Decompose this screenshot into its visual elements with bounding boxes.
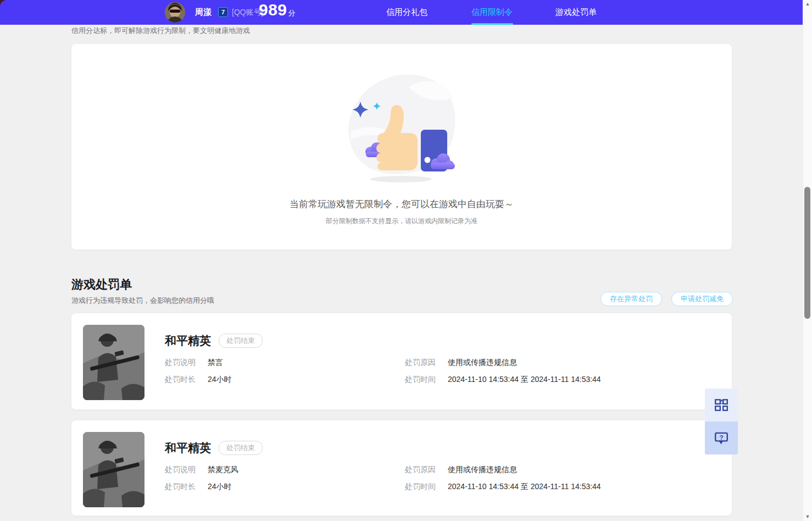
- penalty-desc-label: 处罚说明: [165, 358, 203, 368]
- no-restriction-card: 当前常玩游戏暂无限制令，您可以在游戏中自由玩耍～ 部分限制数据不支持显示，请以游…: [71, 44, 732, 250]
- credit-score-value: 989: [259, 1, 287, 19]
- penalty-section-title: 游戏处罚单: [71, 276, 132, 293]
- help-bubble-icon: ?: [714, 430, 729, 446]
- credit-score-unit: 分: [288, 9, 296, 17]
- tab-game-penalty[interactable]: 游戏处罚单: [555, 7, 597, 18]
- penalty-reason-value: 使用或传播违规信息: [448, 465, 517, 475]
- penalty-reason-value: 使用或传播违规信息: [448, 358, 517, 368]
- penalty-time-value: 2024-11-10 14:53:44 至 2024-11-11 14:53:4…: [448, 375, 601, 385]
- penalty-desc-value: 禁麦克风: [208, 465, 238, 475]
- scrollbar-up-arrow[interactable]: ▲: [805, 2, 810, 7]
- scrollbar-down-arrow[interactable]: ▼: [805, 514, 810, 519]
- penalty-time-label: 处罚时间: [405, 482, 443, 492]
- penalty-desc-label: 处罚说明: [165, 465, 203, 475]
- credit-score: 989分: [259, 1, 296, 19]
- penalty-duration-label: 处罚时长: [165, 482, 203, 492]
- penalty-desc-value: 禁言: [208, 358, 223, 368]
- game-title: 和平精英: [165, 440, 211, 456]
- credit-tip-text: 信用分达标，即可解除游戏行为限制，要文明健康地游戏: [71, 26, 250, 36]
- penalty-duration-label: 处罚时长: [165, 375, 203, 385]
- tab-credit-restriction[interactable]: 信用限制令: [471, 7, 513, 18]
- game-thumbnail: [83, 432, 144, 507]
- penalty-duration-value: 24小时: [208, 375, 232, 385]
- penalty-time-label: 处罚时间: [405, 375, 443, 385]
- qr-code-icon: [714, 397, 729, 413]
- active-tab-underline: [471, 23, 513, 25]
- penalty-section-subtitle: 游戏行为违规导致处罚，会影响您的信用分哦: [71, 296, 214, 306]
- penalty-status-badge: 处罚结束: [219, 334, 263, 348]
- username: 周漾: [195, 7, 212, 18]
- penalty-reason-label: 处罚原因: [405, 358, 443, 368]
- avatar: [165, 2, 185, 23]
- game-title: 和平精英: [165, 333, 211, 348]
- qr-code-button[interactable]: [705, 389, 738, 422]
- penalty-time-value: 2024-11-10 14:53:44 至 2024-11-11 14:53:4…: [448, 482, 601, 492]
- tab-credit-gift[interactable]: 信用分礼包: [386, 7, 427, 18]
- thumbs-up-illustration: [344, 71, 459, 186]
- svg-text:?: ?: [719, 434, 723, 441]
- scrollbar-thumb[interactable]: [804, 187, 810, 319]
- penalty-card: 和平精英 处罚结束 处罚说明禁麦克风 处罚时长24小时 处罚原因使用或传播违规信…: [71, 420, 732, 516]
- no-restriction-message: 当前常玩游戏暂无限制令，您可以在游戏中自由玩耍～: [71, 198, 732, 210]
- penalty-card: 和平精英 处罚结束 处罚说明禁言 处罚时长24小时 处罚原因使用或传播违规信息 …: [71, 313, 732, 409]
- penalty-reason-label: 处罚原因: [405, 465, 443, 475]
- penalty-duration-value: 24小时: [208, 482, 232, 492]
- game-thumbnail: [83, 325, 144, 400]
- top-header-bar: 周漾 7 [QQ账号] 989分 信用分礼包 信用限制令 游戏处罚单: [0, 0, 803, 25]
- help-button[interactable]: ?: [705, 422, 738, 455]
- penalty-reduction-button[interactable]: 申请处罚减免: [671, 292, 733, 306]
- abnormal-penalty-button[interactable]: 存在异常处罚: [600, 292, 662, 306]
- avatar-image: [165, 2, 185, 23]
- penalty-status-badge: 处罚结束: [219, 441, 263, 455]
- no-restriction-note: 部分限制数据不支持显示，请以游戏内限制记录为准: [71, 217, 732, 226]
- level-badge: 7: [218, 7, 228, 17]
